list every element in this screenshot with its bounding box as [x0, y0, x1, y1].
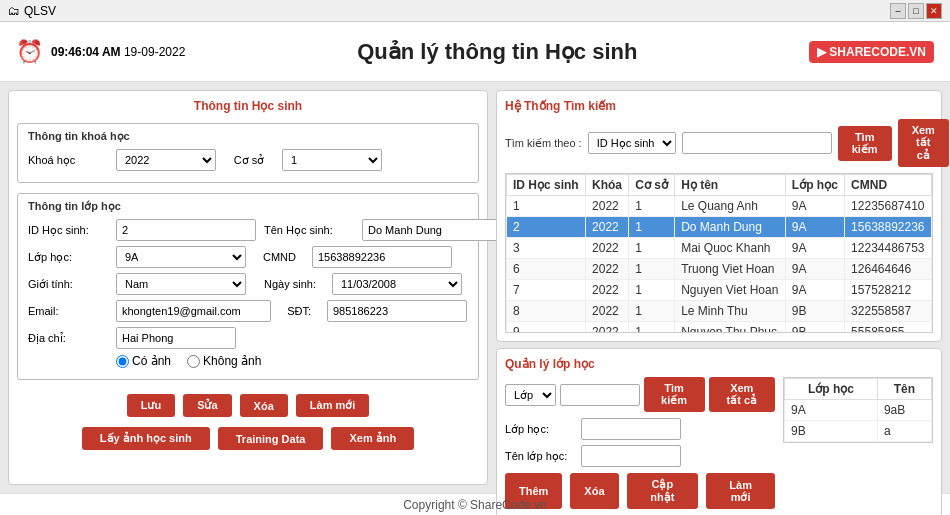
table-row[interactable]: 2 2022 1 Do Manh Dung 9A 15638892236 [507, 217, 932, 238]
ten-lop-form-input[interactable] [581, 445, 681, 467]
class-search-input[interactable] [560, 384, 640, 406]
clock-box: 09:46:04 AM 19-09-2022 [51, 45, 185, 59]
cell-ho-ten: Nguyen Viet Hoan [675, 280, 786, 301]
left-panel: Thông tin Học sinh Thông tin khoá học Kh… [8, 90, 488, 485]
khong-anh-option[interactable]: Không ảnh [187, 354, 261, 368]
table-row[interactable]: 7 2022 1 Nguyen Viet Hoan 9A 157528212 [507, 280, 932, 301]
search-section-title: Hệ Thống Tìm kiếm [505, 99, 933, 113]
cell-id: 3 [507, 238, 586, 259]
id-hs-input[interactable] [116, 219, 256, 241]
col-ho-ten: Họ tên [675, 175, 786, 196]
search-by-label: Tìm kiếm theo : [505, 137, 582, 150]
dia-chi-input[interactable] [116, 327, 236, 349]
cell-ho-ten: Mai Quoc Khanh [675, 238, 786, 259]
class-search-select[interactable]: Lớp Tên [505, 384, 556, 406]
lay-anh-button[interactable]: Lấy ảnh học sinh [82, 427, 210, 450]
sdt-label: SĐT: [279, 305, 319, 317]
class-table: Lớp học Tên 9A 9aB 9B a [784, 378, 932, 442]
email-input[interactable] [116, 300, 271, 322]
search-by-select[interactable]: ID Học sinh Họ tên Lớp học CMND [588, 132, 676, 154]
logo-text: SHARECODE.VN [829, 45, 926, 59]
col-cmnd: CMND [845, 175, 932, 196]
class-search-row: Lớp Tên Tìm kiếm Xem tất cả [505, 377, 775, 412]
class-cell-lop: 9A [785, 400, 878, 421]
cell-lop: 9A [785, 217, 844, 238]
class-header-row: Lớp học Tên [785, 379, 932, 400]
search-text-input[interactable] [682, 132, 832, 154]
co-anh-label: Có ảnh [132, 354, 171, 368]
sdt-input[interactable] [327, 300, 467, 322]
co-so-select[interactable]: 1 [282, 149, 382, 171]
class-xoa-button[interactable]: Xóa [570, 473, 618, 509]
cell-ho-ten: Le Minh Thu [675, 301, 786, 322]
cell-id: 1 [507, 196, 586, 217]
sua-button[interactable]: Sửa [183, 394, 231, 417]
lop-hoc-form-label: Lớp học: [505, 423, 575, 436]
class-xem-tat-ca-button[interactable]: Xem tất cả [709, 377, 775, 412]
cell-cmnd: 157528212 [845, 280, 932, 301]
class-table-row[interactable]: 9B a [785, 421, 932, 442]
cell-lop: 9A [785, 196, 844, 217]
lop-hoc-form-input[interactable] [581, 418, 681, 440]
class-col-lop: Lớp học [785, 379, 878, 400]
cell-co-so: 1 [629, 280, 675, 301]
khoa-hoc-section: Thông tin khoá học Khoá học 2022 Cơ sở 1 [17, 123, 479, 183]
clock-area: ⏰ 09:46:04 AM 19-09-2022 [16, 39, 185, 65]
maximize-button[interactable]: □ [908, 3, 924, 19]
table-row[interactable]: 8 2022 1 Le Minh Thu 9B 322558587 [507, 301, 932, 322]
clock-time: 09:46:04 AM [51, 45, 121, 59]
class-right: Lớp học Tên 9A 9aB 9B a [783, 377, 933, 509]
cell-cmnd: 55585855 [845, 322, 932, 334]
co-anh-option[interactable]: Có ảnh [116, 354, 171, 368]
cmnd-input[interactable] [312, 246, 452, 268]
ten-lop-form-label: Tên lớp học: [505, 450, 575, 463]
xem-anh-button[interactable]: Xem ảnh [331, 427, 414, 450]
class-lam-moi-button[interactable]: Làm mới [706, 473, 775, 509]
ten-hs-input[interactable] [362, 219, 502, 241]
ten-lop-input-row: Tên lớp học: [505, 445, 775, 467]
table-row[interactable]: 1 2022 1 Le Quang Anh 9A 12235687410 [507, 196, 932, 217]
cell-co-so: 1 [629, 301, 675, 322]
class-content: Lớp Tên Tìm kiếm Xem tất cả Lớp học: Tên… [505, 377, 933, 509]
gioi-tinh-select[interactable]: Nam Nữ [116, 273, 246, 295]
lam-moi-button[interactable]: Làm mới [296, 394, 370, 417]
khong-anh-radio[interactable] [187, 355, 200, 368]
student-table-wrapper[interactable]: ID Học sinh Khóa Cơ sở Họ tên Lớp học CM… [505, 173, 933, 333]
khoa-hoc-legend: Thông tin khoá học [28, 130, 468, 143]
search-xem-tat-ca-button[interactable]: Xem tất cả [898, 119, 949, 167]
xoa-button[interactable]: Xóa [240, 394, 288, 417]
training-button[interactable]: Training Data [218, 427, 324, 450]
search-tim-kiem-button[interactable]: Tìm kiếm [838, 126, 892, 161]
khoa-hoc-row: Khoá học 2022 Cơ sở 1 [28, 149, 468, 171]
id-hs-row: ID Học sinh: Tên Học sinh: [28, 219, 468, 241]
cell-cmnd: 322558587 [845, 301, 932, 322]
lop-hoc-row: Lớp học: 9A 9B CMND [28, 246, 468, 268]
lop-hoc-select[interactable]: 9A 9B [116, 246, 246, 268]
search-controls-row: Tìm kiếm theo : ID Học sinh Họ tên Lớp h… [505, 119, 933, 167]
table-row[interactable]: 3 2022 1 Mai Quoc Khanh 9A 12234486753 [507, 238, 932, 259]
class-table-row[interactable]: 9A 9aB [785, 400, 932, 421]
ngay-sinh-select[interactable]: 11/03/2008 [332, 273, 462, 295]
cell-cmnd: 126464646 [845, 259, 932, 280]
cell-co-so: 1 [629, 238, 675, 259]
table-row[interactable]: 9 2022 1 Nguyen Thu Phuc 9B 55585855 [507, 322, 932, 334]
co-anh-radio[interactable] [116, 355, 129, 368]
class-tim-kiem-button[interactable]: Tìm kiếm [644, 377, 705, 412]
titlebar-left: 🗂 QLSV [8, 4, 56, 18]
lop-hoc-input-row: Lớp học: [505, 418, 775, 440]
cell-cmnd: 15638892236 [845, 217, 932, 238]
table-row[interactable]: 6 2022 1 Truong Viet Hoan 9A 126464646 [507, 259, 932, 280]
class-cap-nhat-button[interactable]: Cập nhật [627, 473, 699, 509]
col-id: ID Học sinh [507, 175, 586, 196]
cmnd-label: CMND [254, 251, 304, 263]
khoa-hoc-select[interactable]: 2022 [116, 149, 216, 171]
class-table-wrapper[interactable]: Lớp học Tên 9A 9aB 9B a [783, 377, 933, 443]
luu-button[interactable]: Lưu [127, 394, 175, 417]
ten-hs-label: Tên Học sinh: [264, 224, 354, 237]
close-button[interactable]: ✕ [926, 3, 942, 19]
cell-id: 8 [507, 301, 586, 322]
gioi-tinh-row: Giới tính: Nam Nữ Ngày sinh: 11/03/2008 [28, 273, 468, 295]
minimize-button[interactable]: – [890, 3, 906, 19]
clock-date: 19-09-2022 [124, 45, 185, 59]
left-panel-title: Thông tin Học sinh [17, 99, 479, 113]
